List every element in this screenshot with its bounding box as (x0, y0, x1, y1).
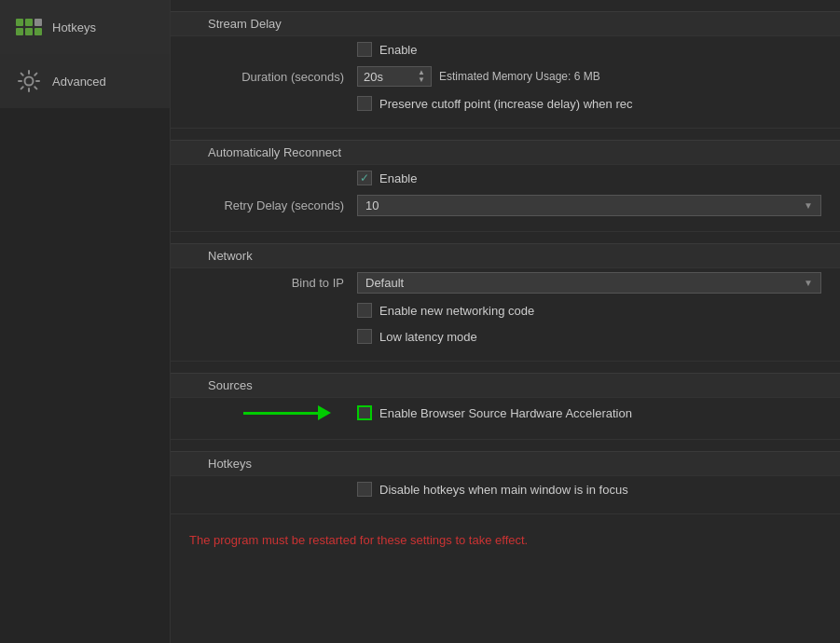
bind-to-ip-dropdown[interactable]: Default ▼ (357, 272, 821, 294)
sidebar-item-advanced[interactable]: Advanced (0, 54, 170, 108)
auto-reconnect-enable-checkbox[interactable]: Enable (357, 171, 417, 185)
auto-reconnect-enable-row: Enable (171, 165, 840, 191)
duration-arrows[interactable]: ▲ ▼ (418, 69, 425, 84)
preserve-cutoff-row: Preserve cutoff point (increase delay) w… (171, 90, 840, 116)
disable-hotkeys-row: Disable hotkeys when main window is in f… (171, 476, 840, 502)
stream-delay-enable-checkbox[interactable]: Enable (357, 42, 417, 57)
retry-delay-label: Retry Delay (seconds) (189, 198, 357, 212)
duration-value: 20s (364, 70, 383, 84)
network-section: Network Bind to IP Default ▼ Enable new … (171, 232, 840, 362)
auto-reconnect-title: Automatically Reconnect (189, 142, 360, 167)
retry-delay-row: Retry Delay (seconds) 10 ▼ (171, 191, 840, 220)
preserve-checkbox[interactable] (357, 96, 372, 111)
stream-delay-header: Stream Delay (171, 11, 840, 36)
sources-header: Sources (171, 373, 840, 398)
gear-icon (15, 67, 43, 95)
browser-accel-label: Enable Browser Source Hardware Accelerat… (379, 406, 632, 420)
sidebar-item-hotkeys[interactable]: Hotkeys (0, 0, 170, 54)
hotkeys-settings-section: Hotkeys Disable hotkeys when main window… (171, 440, 840, 514)
retry-dropdown-arrow: ▼ (804, 200, 813, 211)
new-networking-checkbox[interactable] (357, 303, 372, 318)
arrow-line (243, 412, 318, 415)
browser-accel-checkbox[interactable] (357, 405, 372, 420)
preserve-checkbox-wrapper[interactable]: Preserve cutoff point (increase delay) w… (357, 96, 632, 111)
new-networking-row: Enable new networking code (171, 297, 840, 323)
memory-usage-text: Estimated Memory Usage: 6 MB (439, 70, 600, 83)
new-networking-checkbox-wrapper[interactable]: Enable new networking code (357, 303, 534, 318)
disable-hotkeys-checkbox[interactable] (357, 482, 372, 497)
duration-down-arrow[interactable]: ▼ (418, 76, 425, 84)
bind-ip-arrow: ▼ (804, 278, 813, 288)
browser-accel-row: Enable Browser Source Hardware Accelerat… (171, 398, 840, 428)
stream-delay-enable-check[interactable] (357, 42, 372, 57)
auto-reconnect-enable-label: Enable (379, 171, 417, 185)
arrow-head (318, 405, 331, 420)
advanced-label: Advanced (52, 75, 106, 89)
sources-title: Sources (189, 375, 271, 400)
svg-point-0 (25, 77, 34, 86)
auto-reconnect-section: Automatically Reconnect Enable Retry Del… (171, 129, 840, 232)
low-latency-checkbox-wrapper[interactable]: Low latency mode (357, 329, 477, 344)
network-header: Network (171, 243, 840, 268)
new-networking-label: Enable new networking code (379, 304, 534, 318)
duration-spinbox[interactable]: 20s ▲ ▼ (357, 66, 432, 87)
network-title: Network (189, 245, 271, 270)
low-latency-row: Low latency mode (171, 323, 840, 349)
hotkeys-label: Hotkeys (52, 21, 96, 34)
auto-reconnect-check[interactable] (357, 171, 372, 185)
disable-hotkeys-label: Disable hotkeys when main window is in f… (379, 483, 628, 497)
main-content: Stream Delay Enable Duration (seconds) 2… (171, 0, 840, 643)
auto-reconnect-header: Automatically Reconnect (171, 140, 840, 165)
stream-delay-duration-row: Duration (seconds) 20s ▲ ▼ Estimated Mem… (171, 62, 840, 90)
low-latency-checkbox[interactable] (357, 329, 372, 344)
retry-delay-dropdown[interactable]: 10 ▼ (357, 195, 821, 216)
stream-delay-title: Stream Delay (189, 13, 300, 38)
sidebar: Hotkeys Advanced (0, 0, 171, 643)
hotkeys-settings-title: Hotkeys (189, 453, 270, 478)
disable-hotkeys-checkbox-wrapper[interactable]: Disable hotkeys when main window is in f… (357, 482, 628, 497)
stream-delay-enable-label: Enable (379, 43, 417, 57)
hotkeys-icon (15, 13, 43, 41)
preserve-label: Preserve cutoff point (increase delay) w… (379, 97, 632, 111)
restart-notice: The program must be restarted for these … (171, 514, 840, 566)
bind-to-ip-row: Bind to IP Default ▼ (171, 268, 840, 297)
browser-accel-checkbox-wrapper[interactable]: Enable Browser Source Hardware Accelerat… (357, 405, 632, 420)
arrow-container (189, 405, 344, 420)
bind-to-ip-value: Default (365, 276, 404, 290)
stream-delay-enable-row: Enable (171, 36, 840, 62)
restart-notice-text: The program must be restarted for these … (189, 533, 528, 547)
hotkeys-settings-header: Hotkeys (171, 451, 840, 476)
low-latency-label: Low latency mode (379, 330, 477, 344)
bind-to-ip-label: Bind to IP (189, 276, 357, 290)
duration-label: Duration (seconds) (189, 70, 357, 84)
sources-section: Sources Enable Browser Source Hardware A… (171, 362, 840, 440)
retry-delay-value: 10 (365, 198, 379, 212)
stream-delay-section: Stream Delay Enable Duration (seconds) 2… (171, 0, 840, 129)
